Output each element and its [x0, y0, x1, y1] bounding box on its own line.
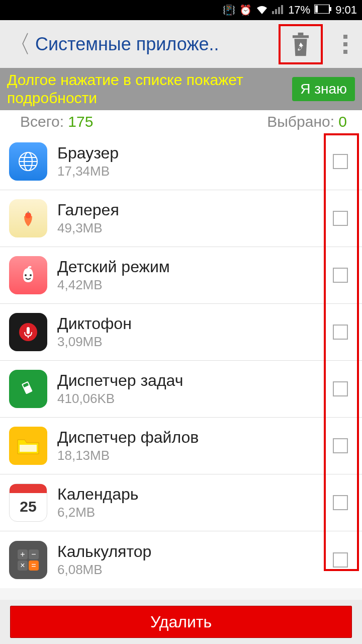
svg-rect-15 [28, 211, 29, 213]
svg-rect-23 [20, 445, 37, 452]
hint-text: Долгое нажатие в списке покажет подробно… [7, 71, 287, 107]
recycle-bin-button[interactable] [279, 24, 323, 64]
app-checkbox[interactable] [333, 438, 348, 453]
list-item[interactable]: Диктофон 3,09MB [0, 304, 362, 361]
signal-icon [272, 4, 284, 17]
svg-rect-2 [278, 7, 280, 14]
dismiss-hint-button[interactable]: Я знаю [292, 77, 355, 101]
footer: Удалить [0, 600, 362, 644]
app-name: Детский режим [57, 258, 333, 276]
list-item[interactable]: 25 Календарь 6,2MB [0, 474, 362, 531]
app-checkbox[interactable] [333, 325, 348, 340]
app-size: 6,08MB [57, 562, 333, 578]
list-item[interactable]: Браузер 17,34MB [0, 133, 362, 190]
battery-icon [314, 4, 331, 17]
overflow-menu-button[interactable] [338, 35, 353, 54]
app-name: Календарь [57, 485, 333, 504]
delete-button[interactable]: Удалить [10, 606, 352, 638]
svg-rect-1 [275, 9, 277, 14]
back-button[interactable]: 〈 [5, 28, 35, 60]
app-list: Браузер 17,34MB Галерея 49,3MB Детский р… [0, 133, 362, 588]
app-icon-calculator: +−×= [9, 541, 47, 579]
svg-rect-8 [298, 32, 304, 35]
vibrate-icon: 📳 [223, 4, 235, 16]
hint-bar: Долгое нажатие в списке покажет подробно… [0, 68, 362, 110]
app-checkbox[interactable] [333, 381, 348, 396]
page-title: Системные приложе.. [35, 34, 279, 55]
app-name: Диктофон [57, 314, 333, 333]
app-name: Браузер [57, 144, 333, 163]
clock: 9:01 [335, 4, 357, 17]
app-icon-browser [9, 142, 47, 181]
app-icon-task-manager [9, 370, 47, 408]
app-checkbox[interactable] [333, 268, 348, 283]
app-name: Диспетчер задач [57, 371, 333, 390]
list-item[interactable]: +−×= Калькулятор 6,08MB [0, 531, 362, 588]
app-size: 410,06KB [57, 391, 333, 407]
svg-rect-19 [27, 327, 30, 334]
app-size: 3,09MB [57, 334, 333, 350]
svg-text:+: + [20, 550, 25, 558]
app-size: 18,13MB [57, 448, 333, 463]
svg-rect-6 [315, 6, 318, 13]
trash-recycle-icon [290, 32, 312, 57]
app-name: Диспетчер файлов [57, 428, 333, 447]
svg-rect-5 [329, 7, 331, 11]
app-icon-kids-mode [9, 256, 47, 294]
svg-rect-0 [272, 11, 274, 14]
app-icon-calendar: 25 [9, 484, 47, 522]
app-size: 4,42MB [57, 277, 333, 293]
svg-point-17 [30, 274, 32, 276]
wifi-icon [256, 4, 268, 17]
svg-text:×: × [20, 561, 25, 570]
app-header: 〈 Системные приложе.. [0, 20, 362, 68]
list-item[interactable]: Диспетчер задач 410,06KB [0, 361, 362, 418]
app-name: Галерея [57, 201, 333, 219]
app-icon-gallery [9, 199, 47, 237]
status-bar: 📳 ⏰ 17% 9:01 [0, 0, 362, 20]
app-checkbox[interactable] [333, 495, 348, 510]
list-item[interactable]: Диспетчер файлов 18,13MB [0, 418, 362, 474]
total-count: Всего: 175 [20, 113, 93, 130]
app-checkbox[interactable] [333, 154, 348, 169]
app-size: 6,2MB [57, 505, 333, 520]
app-checkbox[interactable] [333, 552, 348, 568]
app-checkbox[interactable] [333, 211, 348, 226]
list-item[interactable]: Галерея 49,3MB [0, 190, 362, 247]
svg-rect-7 [293, 35, 309, 38]
counts-bar: Всего: 175 Выбрано: 0 [0, 110, 362, 133]
selected-count: Выбрано: 0 [267, 113, 347, 130]
app-size: 49,3MB [57, 220, 333, 236]
app-icon-file-manager [9, 427, 47, 465]
app-name: Калькулятор [57, 542, 333, 561]
svg-text:=: = [31, 561, 36, 570]
svg-text:−: − [31, 550, 36, 558]
svg-point-16 [25, 274, 27, 276]
list-item[interactable]: Детский режим 4,42MB [0, 247, 362, 304]
alarm-icon: ⏰ [239, 4, 252, 16]
app-size: 17,34MB [57, 164, 333, 179]
app-icon-recorder [9, 313, 47, 351]
battery-percent: 17% [288, 4, 310, 17]
svg-rect-3 [281, 5, 283, 14]
